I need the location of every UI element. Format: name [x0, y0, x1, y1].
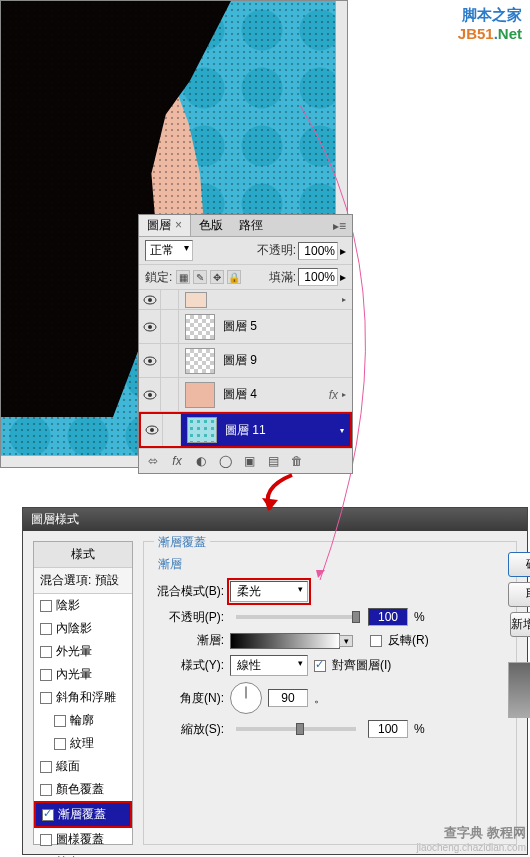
chevron-right-icon[interactable]: ▸ [340, 244, 346, 258]
layer-name: 圖層 5 [221, 318, 352, 335]
watermark-line1: 脚本之家 [458, 6, 522, 25]
chevron-right-icon[interactable]: ▸ [340, 270, 346, 284]
ok-button[interactable]: 確 [508, 552, 530, 577]
opacity-input[interactable]: 100 [368, 608, 408, 626]
cancel-button[interactable]: 取 [508, 582, 530, 607]
visibility-icon[interactable] [141, 414, 163, 446]
layer-style-dialog: 圖層様式 様式 混合選項: 預設 陰影 內陰影 外光暈 內光暈 斜角和浮雕 輪廓… [22, 507, 528, 855]
opacity-slider[interactable] [236, 615, 356, 619]
tab-channels[interactable]: 色版 [191, 215, 231, 236]
align-checkbox[interactable] [314, 660, 326, 672]
gradient-overlay-options: 漸層覆蓋 漸層 混合模式(B): 柔光 不透明(P): 100 % 漸層: [143, 541, 517, 845]
style-texture[interactable]: 紋理 [34, 732, 132, 755]
chevron-right-icon[interactable]: ▸ [342, 295, 352, 304]
tab-paths[interactable]: 路徑 [231, 215, 271, 236]
lock-pixels-icon[interactable]: ✎ [193, 270, 207, 284]
svg-point-5 [148, 325, 152, 329]
checkbox[interactable] [40, 669, 52, 681]
style-color-overlay[interactable]: 顏色覆蓋 [34, 778, 132, 801]
angle-dial[interactable] [230, 682, 262, 714]
blend-mode-select[interactable]: 正常 [145, 240, 193, 261]
checkbox[interactable] [40, 784, 52, 796]
checkbox[interactable] [54, 738, 66, 750]
layer-name: 圖層 9 [221, 352, 352, 369]
style-satin[interactable]: 緞面 [34, 755, 132, 778]
style-gradient-overlay[interactable]: 漸層覆蓋 [34, 801, 132, 828]
style-list-header[interactable]: 様式 [34, 542, 132, 568]
layer-row[interactable]: 圖層 9 [139, 344, 352, 378]
opacity-input[interactable]: 100% [298, 242, 338, 260]
visibility-icon[interactable] [139, 310, 161, 343]
svg-point-3 [148, 298, 152, 302]
lock-transparency-icon[interactable]: ▦ [176, 270, 190, 284]
style-drop-shadow[interactable]: 陰影 [34, 594, 132, 617]
new-style-button[interactable]: 新增様式 [510, 612, 530, 637]
style-inner-shadow[interactable]: 內陰影 [34, 617, 132, 640]
lock-position-icon[interactable]: ✥ [210, 270, 224, 284]
layer-row-top[interactable]: ▸ [139, 290, 352, 310]
tab-layers[interactable]: 圖層× [139, 215, 191, 236]
checkbox[interactable] [40, 646, 52, 658]
style-outer-glow[interactable]: 外光暈 [34, 640, 132, 663]
checkbox[interactable] [42, 809, 54, 821]
link-column [161, 290, 179, 309]
checkbox[interactable] [54, 715, 66, 727]
link-icon[interactable]: ⬄ [145, 453, 161, 469]
blend-options[interactable]: 混合選項: 預設 [34, 568, 132, 594]
folder-icon[interactable]: ▣ [241, 453, 257, 469]
visibility-icon[interactable] [139, 344, 161, 377]
layer-row-selected[interactable]: 圖層 11 ▾ [139, 412, 352, 448]
style-list: 様式 混合選項: 預設 陰影 內陰影 外光暈 內光暈 斜角和浮雕 輪廓 紋理 緞… [33, 541, 133, 845]
checkbox[interactable] [40, 600, 52, 612]
angle-label: 角度(N): [152, 690, 224, 707]
layer-thumb [185, 314, 215, 340]
layer-row[interactable]: 圖層 5 [139, 310, 352, 344]
chevron-right-icon[interactable]: ▸ [342, 390, 352, 399]
visibility-icon[interactable] [139, 290, 161, 309]
blend-mode-label: 混合模式(B): [152, 583, 224, 600]
svg-point-7 [148, 359, 152, 363]
link-column [161, 344, 179, 377]
scale-input[interactable]: 100 [368, 720, 408, 738]
checkbox[interactable] [40, 623, 52, 635]
layer-thumb [187, 417, 217, 443]
style-pattern-overlay[interactable]: 圖様覆蓋 [34, 828, 132, 851]
checkbox[interactable] [40, 692, 52, 704]
adjustment-icon[interactable]: ◯ [217, 453, 233, 469]
layers-panel-tabs: 圖層× 色版 路徑 ▸≡ [139, 215, 352, 237]
scale-slider[interactable] [236, 727, 356, 731]
style-inner-glow[interactable]: 內光暈 [34, 663, 132, 686]
style-bevel[interactable]: 斜角和浮雕 [34, 686, 132, 709]
align-label: 對齊圖層(I) [332, 657, 391, 674]
style-contour[interactable]: 輪廓 [34, 709, 132, 732]
lock-all-icon[interactable]: 🔒 [227, 270, 241, 284]
watermark-line2: JB51.Net [458, 25, 522, 42]
link-column [161, 378, 179, 411]
checkbox[interactable] [40, 761, 52, 773]
blend-row: 正常 不透明: 100% ▸ [139, 237, 352, 265]
style-select[interactable]: 線性 [230, 655, 308, 676]
trash-icon[interactable]: 🗑 [289, 453, 305, 469]
arrow-red [250, 470, 310, 520]
mask-icon[interactable]: ◐ [193, 453, 209, 469]
checkbox[interactable] [40, 834, 52, 846]
visibility-icon[interactable] [139, 378, 161, 411]
close-icon[interactable]: × [175, 218, 182, 232]
angle-input[interactable]: 90 [268, 689, 308, 707]
reverse-checkbox[interactable] [370, 635, 382, 647]
sub-title: 漸層 [158, 556, 508, 573]
preview-swatch [508, 662, 530, 718]
blend-mode-select[interactable]: 柔光 [230, 581, 308, 602]
new-layer-icon[interactable]: ▤ [265, 453, 281, 469]
gradient-swatch[interactable] [230, 633, 340, 649]
chevron-down-icon[interactable]: ▾ [340, 426, 350, 435]
style-stroke[interactable]: 筆畫 [34, 851, 132, 857]
layer-name: 圖層 4 [221, 386, 329, 403]
fx-indicator[interactable]: fx [329, 388, 342, 402]
layer-row[interactable]: 圖層 4 fx ▸ [139, 378, 352, 412]
fill-input[interactable]: 100% [298, 268, 338, 286]
reverse-label: 反轉(R) [388, 632, 429, 649]
layer-thumb [185, 292, 207, 308]
panel-menu-icon[interactable]: ▸≡ [327, 219, 352, 233]
fx-icon[interactable]: fx [169, 453, 185, 469]
